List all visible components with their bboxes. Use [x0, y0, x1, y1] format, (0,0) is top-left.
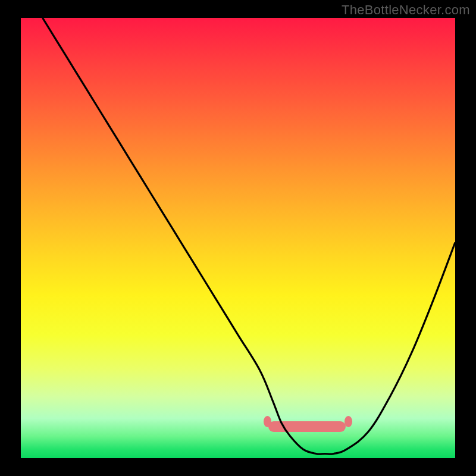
plot-area — [21, 18, 455, 458]
bottleneck-curve — [21, 18, 455, 458]
chart-frame: TheBottleNecker.com — [0, 0, 476, 476]
curve-path — [43, 18, 456, 454]
watermark-text: TheBottleNecker.com — [342, 2, 470, 18]
